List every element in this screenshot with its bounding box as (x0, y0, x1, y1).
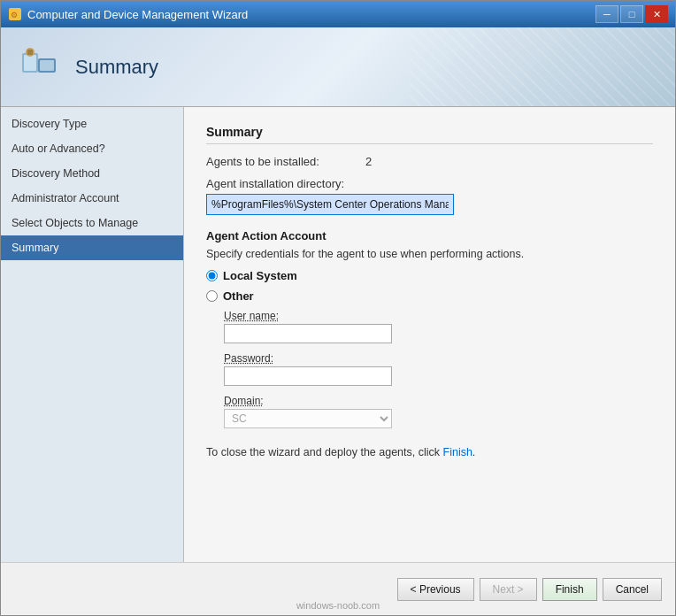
svg-rect-7 (40, 60, 54, 71)
sidebar-item-discovery-type[interactable]: Discovery Type (1, 112, 183, 136)
agents-row: Agents to be installed: 2 (206, 155, 653, 168)
svg-rect-3 (24, 55, 36, 71)
other-label[interactable]: Other (223, 289, 254, 303)
maximize-button[interactable]: □ (620, 5, 643, 23)
agent-action-account-title: Agent Action Account (206, 229, 653, 243)
section-title: Summary (206, 125, 653, 144)
local-system-label[interactable]: Local System (223, 269, 297, 282)
other-radio[interactable] (206, 290, 218, 302)
installation-dir-input[interactable] (206, 194, 454, 215)
sidebar: Discovery Type Auto or Advanced? Discove… (1, 107, 184, 562)
local-system-radio[interactable] (206, 270, 218, 281)
installation-dir-section: Agent installation directory: (206, 177, 653, 215)
username-label: User name: (224, 310, 653, 322)
agents-value: 2 (365, 155, 372, 168)
header-panel: Summary (1, 27, 675, 107)
sidebar-item-select-objects[interactable]: Select Objects to Manage (1, 211, 183, 235)
body: Discovery Type Auto or Advanced? Discove… (1, 107, 675, 562)
previous-button[interactable]: < Previous (397, 578, 474, 601)
header-title: Summary (75, 56, 158, 79)
other-radio-row: Other (206, 289, 653, 303)
password-group: Password: (224, 352, 653, 386)
title-bar: ⚙ Computer and Device Management Wizard … (1, 1, 675, 27)
minimize-button[interactable]: ─ (595, 5, 618, 23)
finish-button[interactable]: Finish (542, 578, 597, 601)
next-button[interactable]: Next > (480, 578, 537, 601)
domain-group: Domain: SCWORKGROUPCORP (224, 395, 653, 428)
username-group: User name: (224, 310, 653, 343)
domain-label: Domain: (224, 395, 653, 407)
password-label: Password: (224, 352, 653, 365)
finish-link: Finish (443, 446, 472, 458)
bottom-bar: < Previous Next > Finish Cancel windows-… (1, 562, 675, 615)
app-icon: ⚙ (8, 7, 22, 21)
local-system-radio-row: Local System (206, 269, 653, 282)
installation-dir-label: Agent installation directory: (206, 177, 653, 190)
svg-text:⚙: ⚙ (11, 11, 18, 19)
main-window: ⚙ Computer and Device Management Wizard … (0, 0, 676, 616)
close-button[interactable]: ✕ (645, 5, 668, 23)
watermark: windows-noob.com (296, 600, 380, 611)
cancel-button[interactable]: Cancel (603, 578, 662, 601)
domain-select[interactable]: SCWORKGROUPCORP (224, 409, 392, 428)
username-input[interactable] (224, 324, 392, 343)
sidebar-item-discovery-method[interactable]: Discovery Method (1, 161, 183, 186)
sidebar-item-summary[interactable]: Summary (1, 235, 183, 260)
agent-action-description: Specify credentials for the agent to use… (206, 248, 653, 260)
agents-label: Agents to be installed: (206, 155, 365, 168)
title-bar-controls: ─ □ ✕ (595, 5, 668, 23)
sidebar-item-auto-or-advanced[interactable]: Auto or Advanced? (1, 136, 183, 161)
main-content: Summary Agents to be installed: 2 Agent … (184, 107, 675, 562)
domain-select-wrapper: SCWORKGROUPCORP (224, 409, 653, 428)
password-input[interactable] (224, 366, 392, 386)
footer-text: To close the wizard and deploy the agent… (206, 446, 653, 458)
header-icon (19, 46, 61, 89)
sidebar-item-administrator-account[interactable]: Administrator Account (1, 186, 183, 211)
svg-rect-5 (27, 50, 33, 55)
window-title: Computer and Device Management Wizard (27, 8, 248, 21)
title-bar-left: ⚙ Computer and Device Management Wizard (8, 7, 248, 21)
